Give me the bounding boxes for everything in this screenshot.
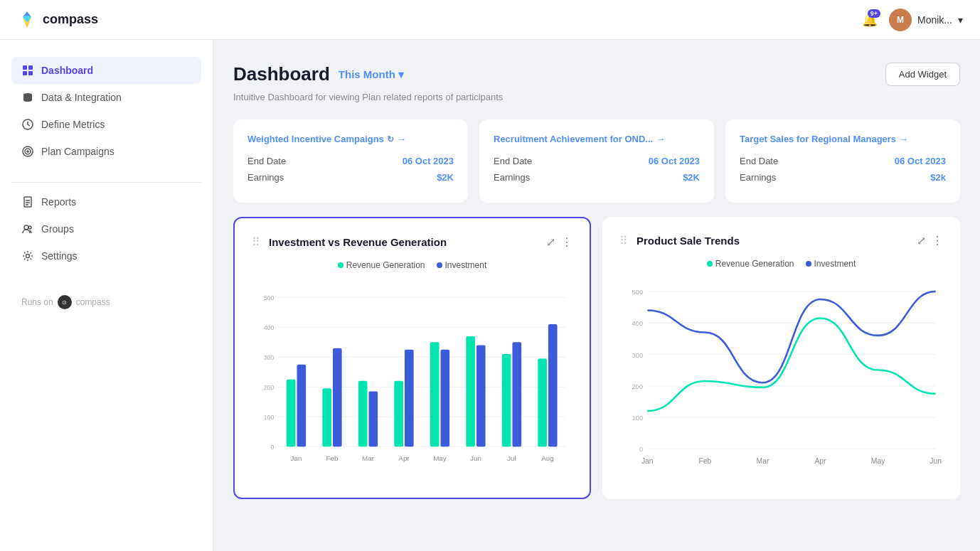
svg-text:Jan: Jan (641, 457, 654, 465)
line-chart-actions: ⤢ ⋮ (917, 234, 943, 247)
svg-text:400: 400 (264, 324, 275, 331)
svg-text:Jan: Jan (291, 454, 302, 462)
card-0: Weighted Incentive Campaigns ↻ → End Dat… (233, 119, 468, 203)
arrow-icon: → (397, 134, 406, 144)
svg-text:100: 100 (632, 414, 644, 422)
card-0-title: Weighted Incentive Campaigns ↻ → (247, 134, 454, 144)
period-label: This Month (339, 68, 395, 80)
sidebar-label-plan: Plan Campaigns (41, 146, 114, 157)
svg-rect-32 (297, 365, 307, 446)
line-chart-card: ⠿ Product Sale Trends ⤢ ⋮ Revenue Genera… (602, 217, 960, 499)
chevron-down-icon: ▾ (398, 68, 404, 81)
svg-text:300: 300 (264, 354, 275, 361)
notifications-button[interactable]: 🔔 9+ (862, 12, 878, 28)
sidebar-item-reports[interactable]: Reports (11, 188, 201, 215)
svg-text:Mar: Mar (362, 454, 375, 462)
sidebar-bottom-section: Reports Groups Settings (11, 188, 201, 269)
arrow-icon: → (899, 134, 908, 144)
svg-text:Mar: Mar (757, 457, 769, 465)
legend-investment: Investment (437, 260, 487, 270)
line-chart-more-button[interactable]: ⋮ (932, 234, 943, 247)
logo-text: compass (43, 12, 98, 27)
svg-text:Apr: Apr (398, 454, 410, 462)
runs-on-brand: compass (76, 297, 110, 307)
chevron-down-icon: ▾ (958, 14, 963, 26)
svg-text:Jul: Jul (507, 454, 516, 462)
sidebar-item-data-integration[interactable]: Data & Integration (11, 84, 201, 111)
user-menu-button[interactable]: M Monik... ▾ (889, 9, 963, 31)
svg-rect-52 (538, 358, 547, 446)
file-icon (21, 196, 34, 208)
database-icon (21, 91, 34, 104)
bar-chart-title: Investment vs Revenue Generation (269, 236, 447, 248)
drag-handle-icon: ⠿ (252, 235, 260, 249)
sidebar-label-settings: Settings (41, 250, 78, 262)
svg-text:May: May (433, 454, 447, 462)
sidebar-item-define-metrics[interactable]: Define Metrics (11, 111, 201, 138)
group-icon (21, 223, 34, 235)
svg-rect-5 (23, 71, 27, 75)
card-2-title: Target Sales for Regional Managers → (740, 134, 946, 144)
svg-rect-49 (502, 354, 511, 446)
svg-rect-53 (548, 324, 558, 446)
svg-rect-3 (23, 65, 27, 70)
svg-text:200: 200 (264, 384, 275, 391)
sidebar-item-dashboard[interactable]: Dashboard (11, 57, 201, 84)
card-2: Target Sales for Regional Managers → End… (725, 119, 960, 203)
svg-text:500: 500 (264, 294, 275, 301)
svg-text:Jun: Jun (930, 457, 942, 465)
card-1-earnings: Earnings $2K (494, 172, 700, 183)
sidebar-label-dashboard: Dashboard (41, 65, 93, 76)
sidebar-item-groups[interactable]: Groups (11, 215, 201, 242)
sidebar: Dashboard Data & Integration Define Metr… (0, 40, 213, 551)
svg-rect-35 (333, 348, 342, 446)
bar-chart-actions: ⤢ ⋮ (546, 235, 572, 249)
page-header: Dashboard This Month ▾ Add Widget (233, 63, 960, 86)
svg-text:Jun: Jun (470, 454, 481, 462)
card-0-link[interactable]: Weighted Incentive Campaigns ↻ → (247, 134, 406, 144)
svg-text:400: 400 (632, 320, 644, 327)
username-label: Monik... (917, 14, 952, 26)
cards-row: Weighted Incentive Campaigns ↻ → End Dat… (233, 119, 960, 203)
layout: Dashboard Data & Integration Define Metr… (0, 40, 980, 551)
card-0-end-date: End Date 06 Oct 2023 (247, 156, 454, 166)
card-0-earnings: Earnings $2K (247, 172, 454, 183)
line-chart-legend: Revenue Generation Investment (619, 259, 943, 269)
bar-chart-expand-button[interactable]: ⤢ (546, 235, 555, 249)
line-chart-area: 0100200300400500JanFebMarAprMayJun (619, 280, 943, 479)
month-selector[interactable]: This Month ▾ (339, 68, 404, 81)
svg-rect-43 (430, 342, 440, 446)
svg-point-16 (24, 225, 28, 230)
sidebar-item-settings[interactable]: Settings (11, 242, 201, 269)
sidebar-label-data: Data & Integration (41, 92, 122, 103)
svg-point-18 (26, 255, 30, 258)
main-content: Dashboard This Month ▾ Add Widget Intuit… (213, 40, 980, 551)
charts-row: ⠿ Investment vs Revenue Generation ⤢ ⋮ R… (233, 217, 960, 499)
svg-point-11 (27, 151, 28, 152)
svg-text:Feb: Feb (326, 454, 339, 462)
svg-rect-12 (24, 197, 31, 207)
page-subtitle: Intuitive Dashboard for viewing Plan rel… (233, 92, 960, 102)
sidebar-item-plan-campaigns[interactable]: Plan Campaigns (11, 138, 201, 165)
card-1-end-date: End Date 06 Oct 2023 (494, 156, 700, 166)
line-chart-expand-button[interactable]: ⤢ (917, 234, 926, 247)
metrics-icon (21, 118, 34, 131)
target-icon (21, 145, 34, 158)
svg-text:0: 0 (270, 444, 274, 451)
card-2-link[interactable]: Target Sales for Regional Managers → (740, 134, 908, 144)
svg-rect-46 (466, 336, 475, 446)
legend-revenue-gen-line: Revenue Generation (707, 259, 794, 269)
svg-text:300: 300 (632, 352, 644, 359)
sidebar-divider (11, 182, 201, 183)
line-chart-svg: 0100200300400500JanFebMarAprMayJun (619, 280, 943, 479)
add-widget-button[interactable]: Add Widget (885, 63, 960, 86)
notifications-badge: 9+ (868, 9, 880, 18)
bar-chart-legend: Revenue Generation Investment (252, 260, 572, 270)
svg-point-17 (28, 226, 31, 229)
bar-chart-svg: 0100200300400500JanFebMarAprMayJunJulAug (252, 282, 572, 481)
sidebar-label-metrics: Define Metrics (41, 119, 105, 130)
bar-chart-more-button[interactable]: ⋮ (561, 235, 572, 249)
card-1-link[interactable]: Recruitment Achievement for OND... → (494, 134, 665, 144)
runs-on-text: Runs on (21, 297, 53, 307)
card-2-earnings: Earnings $2k (740, 172, 946, 183)
